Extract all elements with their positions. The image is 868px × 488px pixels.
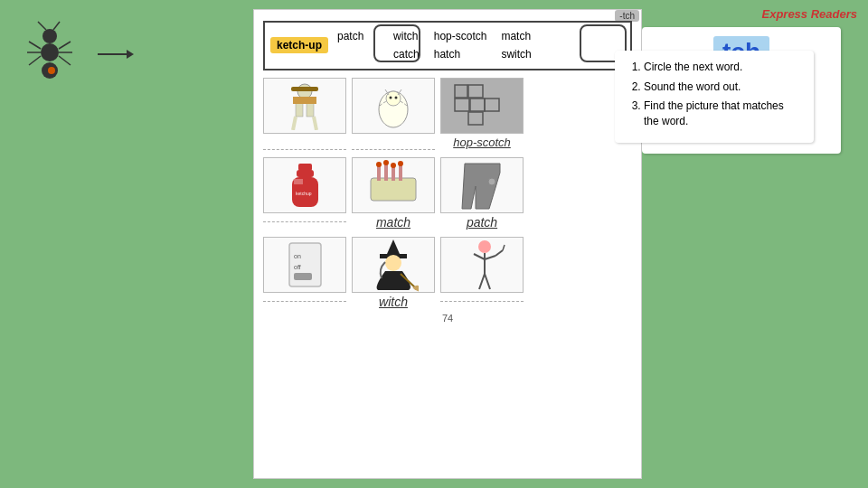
- svg-point-25: [390, 97, 392, 99]
- wb-catch: catch: [393, 45, 420, 63]
- answer-row-1: hop-scotch: [263, 136, 632, 150]
- svg-point-45: [391, 163, 396, 168]
- pic-pants: [440, 157, 524, 213]
- instructions-box: Circle the next word. Sound the word out…: [615, 51, 814, 143]
- svg-point-44: [383, 160, 389, 165]
- svg-rect-29: [470, 99, 485, 111]
- pic-crutch: [440, 237, 524, 293]
- pants-icon: [458, 159, 507, 211]
- cowboy-icon: [282, 80, 327, 130]
- hopscotch-icon: [450, 80, 514, 130]
- instruction-3: Find the picture that matches the word.: [644, 99, 801, 129]
- pic-hatching-egg: [352, 78, 435, 134]
- pic-row-3: on off: [263, 237, 632, 293]
- svg-point-26: [395, 97, 398, 99]
- svg-line-58: [474, 254, 485, 259]
- tch-panel: tch t ch crash letters Circle the next w…: [642, 27, 841, 170]
- ketch-up-word: ketch-up: [270, 37, 328, 53]
- svg-text:ketchup: ketchup: [296, 191, 312, 196]
- svg-point-54: [385, 255, 401, 271]
- svg-rect-15: [291, 87, 318, 91]
- crutch-icon: [458, 238, 507, 292]
- svg-point-43: [376, 162, 382, 167]
- instruction-1: Circle the next word.: [644, 60, 801, 75]
- svg-line-61: [485, 274, 490, 289]
- pic-row-1: [263, 78, 632, 134]
- answer-patch: patch: [440, 215, 524, 230]
- instructions-list: Circle the next word. Sound the word out…: [627, 60, 801, 129]
- svg-line-60: [479, 274, 485, 289]
- svg-line-62: [495, 250, 503, 256]
- svg-rect-51: [294, 273, 312, 280]
- wb-match: match: [501, 27, 531, 45]
- ant-icon: [18, 18, 90, 90]
- svg-rect-33: [298, 164, 312, 171]
- svg-line-59: [485, 256, 495, 259]
- wb-switch: switch: [501, 45, 531, 63]
- svg-rect-27: [468, 85, 483, 98]
- svg-text:off: off: [294, 264, 301, 270]
- egg-icon: [371, 80, 416, 130]
- svg-rect-36: [294, 179, 303, 184]
- pic-ketchup-bottle: ketchup: [263, 157, 346, 213]
- svg-point-46: [398, 161, 403, 166]
- svg-marker-13: [127, 50, 134, 59]
- pic-lightswitch: on off: [263, 237, 346, 293]
- svg-point-56: [478, 240, 491, 253]
- answer-line-1a: [263, 136, 346, 150]
- instruction-2: Sound the word out.: [644, 80, 801, 95]
- answer-witch: witch: [352, 295, 435, 309]
- wb-patch: patch: [337, 27, 379, 45]
- answer-row-3: witch: [263, 295, 632, 309]
- svg-text:on: on: [294, 253, 301, 259]
- wb-witch: witch: [393, 27, 420, 45]
- worksheet: -tch ketch-up patch witch hop-scotch mat…: [253, 9, 642, 479]
- svg-marker-52: [387, 239, 400, 254]
- arrow-icon: [98, 45, 134, 63]
- answer-line-2a: [263, 221, 346, 222]
- svg-point-1: [41, 43, 59, 61]
- word-bank: ketch-up patch witch hop-scotch match ke…: [263, 21, 632, 70]
- matches-icon: [366, 160, 420, 210]
- answer-line-3b: [440, 301, 524, 302]
- page-number: 74: [263, 313, 632, 324]
- svg-line-8: [59, 56, 71, 65]
- answer-match: match: [352, 215, 435, 230]
- svg-point-11: [48, 67, 55, 74]
- svg-line-10: [53, 22, 60, 30]
- svg-line-5: [29, 56, 41, 65]
- pic-hopscotch: [440, 78, 524, 134]
- svg-rect-34: [297, 170, 314, 177]
- svg-rect-32: [485, 99, 499, 111]
- svg-line-6: [59, 42, 71, 49]
- answer-line-1b: [352, 136, 435, 150]
- witch-figure-icon: [369, 238, 419, 292]
- pic-row-2: ketchup: [263, 157, 632, 213]
- answer-row-2: match patch: [263, 215, 632, 230]
- svg-rect-30: [468, 112, 483, 125]
- answer-line-3a: [263, 301, 346, 302]
- svg-line-63: [503, 245, 505, 250]
- svg-rect-38: [371, 178, 416, 201]
- answer-hopscotch: hop-scotch: [440, 136, 524, 150]
- svg-point-0: [42, 29, 57, 43]
- pic-cowboy: [263, 78, 346, 134]
- svg-line-20: [314, 117, 316, 130]
- pic-matches: [352, 157, 435, 213]
- svg-line-9: [38, 22, 46, 30]
- pic-witch: [352, 237, 435, 293]
- svg-line-3: [29, 42, 41, 49]
- svg-rect-28: [455, 99, 469, 111]
- svg-point-47: [488, 178, 495, 185]
- word-bank-grid: patch witch hop-scotch match ketch-up ca…: [337, 27, 532, 64]
- svg-rect-31: [455, 85, 467, 98]
- wb-hatch: hatch: [434, 45, 487, 63]
- svg-line-19: [293, 117, 296, 130]
- bottle-icon: ketchup: [285, 159, 326, 211]
- switch-icon: on off: [285, 239, 326, 291]
- svg-rect-18: [293, 97, 316, 104]
- wb-hop-scotch: hop-scotch: [434, 27, 487, 45]
- brand-label: Express Readers: [761, 7, 857, 21]
- ant-panel: [18, 18, 217, 90]
